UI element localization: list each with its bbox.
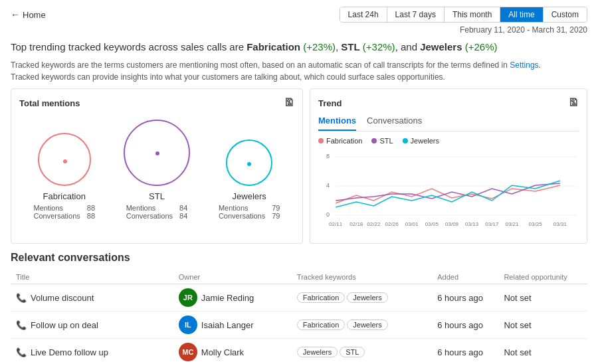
dot-stl: [155, 151, 159, 155]
svg-text:03/17: 03/17: [485, 221, 499, 227]
phone-icon: 📞: [16, 347, 27, 357]
table-header-row: Title Owner Tracked keywords Added Relat…: [11, 270, 587, 284]
filter-last7days[interactable]: Last 7 days: [387, 7, 445, 22]
table-row[interactable]: 📞Live Demo follow upMCMolly ClarkJeweler…: [11, 339, 587, 365]
svg-text:03/21: 03/21: [505, 221, 519, 227]
filter-alltime[interactable]: All time: [500, 7, 543, 22]
opportunity-cell: Not set: [498, 284, 587, 312]
circle-jewelers: [226, 139, 272, 186]
svg-text:02/22: 02/22: [367, 221, 381, 227]
legend-dot-stl: [371, 138, 377, 143]
svg-text:02/26: 02/26: [385, 221, 399, 227]
copy-icon[interactable]: 🖻: [284, 97, 294, 109]
legend-stl: STL: [371, 137, 393, 145]
phone-icon: 📞: [16, 320, 27, 330]
keyword3-name: Jewelers: [420, 41, 462, 52]
keyword-tag: Fabrication: [297, 319, 345, 330]
back-button[interactable]: ← Home: [11, 9, 46, 20]
row-title: Volume discount: [31, 293, 94, 303]
keyword-jewelers: Jewelers Mentions 79 Conversations 79: [219, 139, 280, 220]
dot-fabrication: [63, 159, 67, 163]
opportunity-cell: Not set: [498, 339, 587, 365]
svg-text:03/31: 03/31: [553, 221, 567, 227]
owner-cell: MCMolly Clark: [173, 339, 292, 365]
conversations-table: Title Owner Tracked keywords Added Relat…: [11, 270, 587, 364]
time-filter-group: Last 24h Last 7 days This month All time…: [340, 7, 587, 23]
keyword1-change: (+23%): [303, 41, 336, 52]
keywords-cell: JewelersSTL: [292, 339, 432, 365]
tab-conversations[interactable]: Conversations: [367, 114, 422, 131]
keyword-stl: STL Mentions 84 Conversations 84: [124, 120, 190, 220]
svg-text:02/18: 02/18: [349, 221, 363, 227]
added-cell: 6 hours ago: [432, 284, 498, 312]
circle-fabrication: [38, 133, 91, 186]
back-label: Home: [23, 10, 46, 20]
svg-text:03/05: 03/05: [425, 221, 439, 227]
keyword3-change: (+26%): [465, 41, 498, 52]
panel-mentions-title: Total mentions 🖻: [19, 97, 294, 109]
owner-name: Molly Clark: [201, 347, 244, 357]
keyword1-name: Fabrication: [247, 41, 300, 52]
trend-legend: Fabrication STL Jewelers: [318, 137, 579, 145]
filter-last24h[interactable]: Last 24h: [340, 7, 387, 22]
trend-copy-icon[interactable]: 🖻: [568, 97, 579, 109]
phone-icon: 📞: [16, 293, 27, 303]
filter-thismonth[interactable]: This month: [445, 7, 500, 22]
svg-text:03/13: 03/13: [465, 221, 479, 227]
legend-dot-fabrication: [318, 138, 324, 143]
col-header-title: Title: [11, 270, 173, 284]
legend-dot-jewelers: [403, 138, 408, 143]
table-row[interactable]: 📞Follow up on dealILIsaiah LangerFabrica…: [11, 312, 587, 339]
row-title: Follow up on deal: [31, 320, 98, 330]
col-header-opportunity: Related opportunity: [498, 270, 587, 284]
row-title: Live Demo follow up: [31, 347, 108, 357]
conversations-title: Relevant conversations: [11, 252, 587, 264]
avatar: MC: [179, 343, 197, 361]
filter-custom[interactable]: Custom: [544, 7, 587, 22]
fabrication-label: Fabrication: [43, 191, 86, 201]
added-cell: 6 hours ago: [432, 312, 498, 339]
owner-name: Isaiah Langer: [201, 320, 254, 330]
circle-stl: [124, 120, 190, 186]
trend-chart: 8 4 0 02/11 02/18 02/22 02/26 03/01 03/0…: [318, 149, 579, 235]
circles-row: Fabrication Mentions 88 Conversations 88…: [19, 114, 294, 223]
tab-mentions[interactable]: Mentions: [318, 114, 356, 131]
back-arrow-icon: ←: [11, 9, 20, 20]
chart-svg: 8 4 0 02/11 02/18 02/22 02/26 03/01 03/0…: [318, 149, 579, 235]
stl-stats: Mentions 84 Conversations 84: [126, 204, 188, 220]
stl-label: STL: [149, 191, 165, 201]
avatar: IL: [179, 316, 197, 334]
date-range: February 11, 2020 - March 31, 2020: [0, 25, 598, 37]
panel-trend-title: Trend 🖻: [318, 97, 579, 109]
keywords-cell: FabricationJewelers: [292, 312, 432, 339]
col-header-added: Added: [432, 270, 498, 284]
svg-text:4: 4: [326, 182, 330, 189]
keyword-tag: Jewelers: [297, 347, 338, 357]
keywords-cell: FabricationJewelers: [292, 284, 432, 312]
keyword-fabrication: Fabrication Mentions 88 Conversations 88: [33, 133, 95, 220]
svg-text:02/11: 02/11: [329, 221, 343, 227]
subtitle: Tracked keywords are the terms customers…: [0, 56, 598, 88]
jewelers-stats: Mentions 79 Conversations 79: [219, 204, 280, 220]
headline: Top trending tracked keywords across sal…: [0, 37, 598, 56]
col-header-keywords: Tracked keywords: [292, 270, 432, 284]
header: ← Home Last 24h Last 7 days This month A…: [0, 0, 598, 25]
main-panels: Total mentions 🖻 Fabrication Mentions 88…: [0, 88, 598, 249]
keyword-tag: Fabrication: [297, 292, 345, 303]
total-mentions-panel: Total mentions 🖻 Fabrication Mentions 88…: [11, 88, 303, 244]
keyword-tag: STL: [340, 347, 365, 357]
avatar: JR: [179, 288, 197, 307]
legend-jewelers: Jewelers: [403, 137, 439, 145]
owner-cell: ILIsaiah Langer: [173, 312, 292, 339]
jewelers-label: Jewelers: [233, 191, 266, 201]
trend-tabs: Mentions Conversations: [318, 114, 579, 132]
table-row[interactable]: 📞Volume discountJRJamie RedingFabricatio…: [11, 284, 587, 312]
conversations-section: Relevant conversations Title Owner Track…: [0, 249, 598, 364]
keyword2-change: (+32%): [363, 41, 395, 52]
settings-link[interactable]: Settings: [510, 60, 538, 70]
svg-text:8: 8: [326, 153, 330, 159]
added-cell: 6 hours ago: [432, 339, 498, 365]
keyword-tag: Jewelers: [347, 319, 387, 330]
svg-text:03/25: 03/25: [529, 221, 543, 227]
svg-text:03/01: 03/01: [405, 221, 419, 227]
